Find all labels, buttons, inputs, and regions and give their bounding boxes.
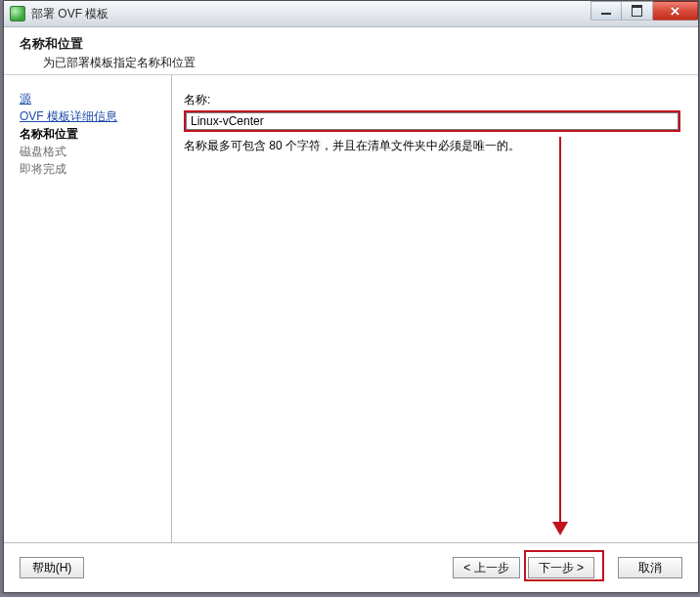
nav-step-source[interactable]: 源 xyxy=(20,90,163,107)
app-icon xyxy=(10,6,25,21)
stage: 部署 OVF 模板 ✕ 名称和位置 为已部署模板指定名称和位置 源 xyxy=(0,0,700,597)
maximize-icon xyxy=(632,5,642,17)
nav-step-name-location: 名称和位置 xyxy=(20,125,163,143)
cancel-button[interactable]: 取消 xyxy=(618,557,682,578)
help-button[interactable]: 帮助(H) xyxy=(20,557,84,578)
step-subtitle: 为已部署模板指定名称和位置 xyxy=(20,53,682,71)
wizard-body: 源 OVF 模板详细信息 名称和位置 磁盘格式 即将完成 名称: 名称最多可包含… xyxy=(4,74,698,543)
nav-step-ovf-details[interactable]: OVF 模板详细信息 xyxy=(20,107,163,125)
wizard-footer: 帮助(H) < 上一步 下一步 > 取消 xyxy=(4,542,698,592)
nav-step-disk-format: 磁盘格式 xyxy=(20,143,163,160)
name-field-hint: 名称最多可包含 80 个字符，并且在清单文件夹中必须是唯一的。 xyxy=(184,138,680,154)
minimize-button[interactable] xyxy=(591,1,622,21)
name-input[interactable] xyxy=(186,112,678,130)
next-button[interactable]: 下一步 > xyxy=(528,557,594,578)
wizard-nav: 源 OVF 模板详细信息 名称和位置 磁盘格式 即将完成 xyxy=(4,74,172,543)
annotation-arrow-head-icon xyxy=(552,522,568,535)
maximize-button[interactable] xyxy=(622,1,653,21)
name-input-highlight xyxy=(184,110,680,132)
close-icon: ✕ xyxy=(670,4,680,19)
step-title: 名称和位置 xyxy=(20,35,682,53)
window-title: 部署 OVF 模板 xyxy=(31,6,109,22)
nav-step-ready: 即将完成 xyxy=(20,160,163,178)
annotation-arrow-line xyxy=(559,137,561,522)
window-controls: ✕ xyxy=(591,1,698,21)
titlebar[interactable]: 部署 OVF 模板 ✕ xyxy=(4,1,698,27)
name-field-label: 名称: xyxy=(184,92,680,108)
wizard-content: 名称: 名称最多可包含 80 个字符，并且在清单文件夹中必须是唯一的。 xyxy=(172,74,698,543)
dialog-window: 部署 OVF 模板 ✕ 名称和位置 为已部署模板指定名称和位置 源 xyxy=(3,0,699,593)
back-button[interactable]: < 上一步 xyxy=(453,557,519,578)
minimize-icon xyxy=(601,13,611,15)
close-button[interactable]: ✕ xyxy=(653,1,698,21)
